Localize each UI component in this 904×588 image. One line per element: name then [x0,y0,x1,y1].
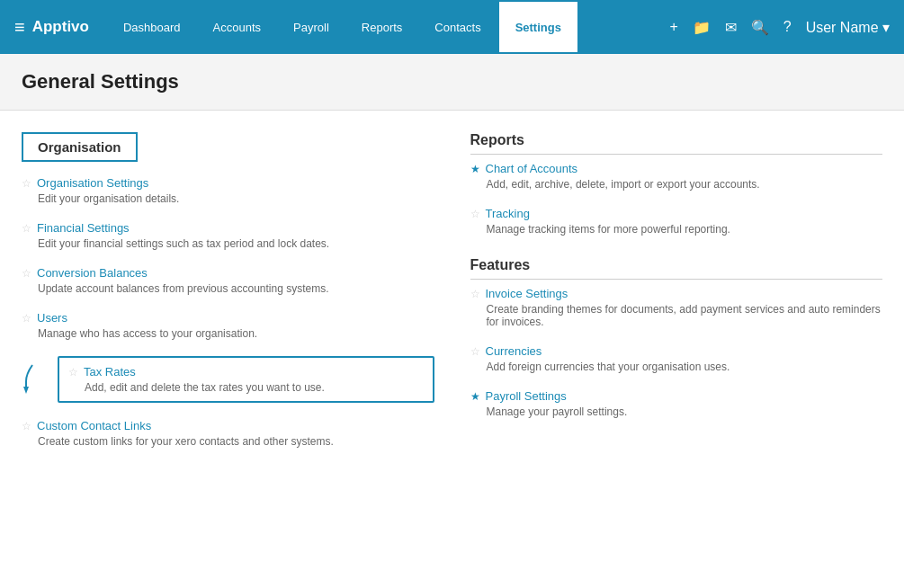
payroll-settings-link[interactable]: ★ Payroll Settings [470,389,883,403]
tracking-link[interactable]: ☆ Tracking [470,207,883,220]
list-item: ★ Payroll Settings Manage your payroll s… [470,389,883,418]
nav-payroll[interactable]: Payroll [277,0,345,54]
users-link[interactable]: ☆ Users [22,311,434,325]
tax-rates-desc: Add, edit and delete the tax rates you w… [85,381,424,394]
organisation-list: ☆ Organisation Settings Edit your organi… [22,176,434,448]
list-item: ☆ Financial Settings Edit your financial… [22,221,434,250]
custom-contact-links-desc: Create custom links for your xero contac… [38,435,434,448]
search-button[interactable]: 🔍 [751,19,769,36]
tax-rates-label: Tax Rates [84,365,136,379]
star-icon[interactable]: ☆ [68,366,78,379]
star-icon[interactable]: ☆ [22,222,31,235]
nav-reports[interactable]: Reports [345,0,419,54]
star-icon[interactable]: ☆ [470,208,480,220]
currencies-link[interactable]: ☆ Currencies [470,344,883,358]
star-filled-icon[interactable]: ★ [470,390,480,403]
tracking-desc: Manage tracking items for more powerful … [487,223,883,236]
topbar-actions: + 📁 ✉ 🔍 ? User Name ▾ [669,19,890,36]
star-icon[interactable]: ☆ [470,345,480,358]
invoice-settings-link[interactable]: ☆ Invoice Settings [470,287,883,300]
arrow-icon [23,363,41,399]
conversion-balances-label: Conversion Balances [37,266,148,280]
topbar: ≡ Apptivo Dashboard Accounts Payroll Rep… [0,0,904,54]
users-label: Users [37,311,67,325]
star-icon[interactable]: ☆ [22,177,31,190]
logo-icon: ≡ [14,17,25,38]
currencies-label: Currencies [486,344,542,358]
star-icon[interactable]: ☆ [22,312,31,325]
conversion-balances-desc: Update account balances from previous ac… [38,282,434,295]
add-button[interactable]: + [669,19,677,35]
star-icon[interactable]: ☆ [22,420,31,432]
organisation-section: Organisation ☆ Organisation Settings Edi… [22,132,434,464]
list-item: ☆ Invoice Settings Create branding theme… [470,287,883,328]
invoice-settings-desc: Create branding themes for documents, ad… [487,303,883,328]
main-nav: Dashboard Accounts Payroll Reports Conta… [107,0,669,54]
features-list: ☆ Invoice Settings Create branding theme… [470,287,883,418]
page-title: General Settings [22,70,882,94]
star-icon[interactable]: ☆ [470,288,480,300]
organisation-settings-link[interactable]: ☆ Organisation Settings [22,176,434,190]
list-item: ☆ Currencies Add foreign currencies that… [470,344,883,373]
username: User Name ▾ [806,19,890,36]
list-item: ☆ Tracking Manage tracking items for mor… [470,207,883,236]
users-desc: Manage who has access to your organisati… [38,327,434,340]
folder-button[interactable]: 📁 [693,19,711,36]
organisation-settings-desc: Edit your organisation details. [38,192,434,205]
chart-of-accounts-label: Chart of Accounts [486,162,578,175]
financial-settings-desc: Edit your financial settings such as tax… [38,237,434,250]
organisation-heading: Organisation [22,132,138,162]
currencies-desc: Add foreign currencies that your organis… [487,361,883,373]
svg-marker-0 [23,387,29,394]
invoice-settings-label: Invoice Settings [486,287,568,300]
main-content: Organisation ☆ Organisation Settings Edi… [0,111,904,486]
custom-contact-links-label: Custom Contact Links [37,419,151,432]
app-logo[interactable]: ≡ Apptivo [14,17,89,38]
payroll-settings-label: Payroll Settings [486,389,567,403]
star-icon[interactable]: ☆ [22,267,31,280]
nav-contacts[interactable]: Contacts [418,0,497,54]
features-heading: Features [470,257,883,280]
user-menu[interactable]: User Name ▾ [806,19,890,36]
financial-settings-label: Financial Settings [37,221,130,235]
financial-settings-link[interactable]: ☆ Financial Settings [22,221,434,235]
right-column: Reports ★ Chart of Accounts Add, edit, a… [470,132,883,464]
arrow-annotation [23,363,41,399]
list-item: ☆ Tax Rates Add, edit and delete the tax… [58,356,434,403]
app-name: Apptivo [32,18,89,36]
list-item: ☆ Organisation Settings Edit your organi… [22,176,434,205]
custom-contact-links-link[interactable]: ☆ Custom Contact Links [22,419,434,432]
tax-rates-highlighted-box: ☆ Tax Rates Add, edit and delete the tax… [58,356,434,403]
chart-of-accounts-desc: Add, edit, archive, delete, import or ex… [487,178,883,191]
mail-button[interactable]: ✉ [725,19,737,36]
list-item: ☆ Custom Contact Links Create custom lin… [22,419,434,448]
help-button[interactable]: ? [783,19,792,35]
list-item: ☆ Conversion Balances Update account bal… [22,266,434,295]
conversion-balances-link[interactable]: ☆ Conversion Balances [22,266,434,280]
list-item: ★ Chart of Accounts Add, edit, archive, … [470,162,883,191]
reports-heading: Reports [470,132,883,155]
nav-accounts[interactable]: Accounts [197,0,277,54]
tax-rates-link[interactable]: ☆ Tax Rates [68,365,424,379]
star-filled-icon[interactable]: ★ [470,163,480,175]
organisation-settings-label: Organisation Settings [37,176,148,190]
tracking-label: Tracking [486,207,530,220]
list-item: ☆ Users Manage who has access to your or… [22,311,434,340]
page-header: General Settings [0,54,904,111]
nav-settings[interactable]: Settings [497,0,579,54]
chart-of-accounts-link[interactable]: ★ Chart of Accounts [470,162,883,175]
nav-dashboard[interactable]: Dashboard [107,0,197,54]
payroll-settings-desc: Manage your payroll settings. [487,405,883,418]
reports-list: ★ Chart of Accounts Add, edit, archive, … [470,162,883,236]
